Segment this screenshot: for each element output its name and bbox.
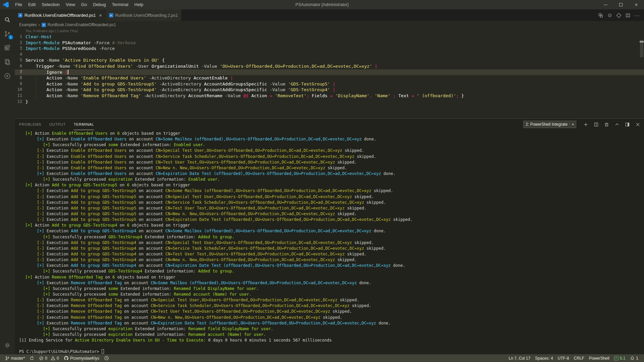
code-editor[interactable]: You, 9 minutes ago | 1 author (You) 1Cle… [15,28,644,118]
terminal-text-segment: on account [136,217,165,222]
menu-terminal[interactable]: Terminal [109,0,131,9]
tab-runbook-usersoffboarding-2[interactable]: > RunBook.UsersOffboarding.2.ps1 [105,9,181,21]
terminal-line: [-] Execution Remove Offboarded Tag on a… [19,309,644,314]
split-terminal-icon[interactable] [593,121,599,127]
split-editor-icon[interactable] [625,12,631,18]
terminal-line: [+] Successfully processed some Extended… [19,142,644,148]
terminal-text-segment: skipped. [337,298,359,302]
terminal-text-segment: Added to group. [198,269,234,274]
git-branch-status[interactable]: master* [3,354,27,362]
kill-terminal-trash-icon[interactable] [603,121,609,127]
terminal-text-segment: Execution [47,315,71,320]
code-line[interactable]: 4 [15,52,644,58]
tab-output[interactable]: OUTPUT [49,119,66,130]
menu-file[interactable]: File [12,0,25,9]
source-control-icon[interactable]: 1 [0,27,15,41]
code-line[interactable]: 9 Action -Name 'Add to group GDS-TestGro… [15,81,644,87]
editor-scrollbar[interactable] [639,28,644,118]
code-token: -Force [96,46,115,51]
eol-status[interactable]: CRLF [572,354,587,362]
line-number: 1 [15,34,22,40]
terminal-text-segment: [+] [25,275,35,280]
menu-go[interactable]: Go [78,0,90,9]
encoding-status[interactable]: UTF-8 [555,354,572,362]
maximize-button[interactable] [613,0,629,9]
code-line[interactable]: 6 Trigger -Name 'Find Offboarded Users' … [15,63,644,69]
minimize-button[interactable] [598,0,613,9]
sync-button[interactable] [27,354,37,362]
panel-layout-icon[interactable] [624,121,630,127]
terminal-text-segment: expiration [108,326,132,331]
code-line[interactable]: 8 Action -Name 'Enable Offboarded Users'… [15,75,644,81]
run-circle-icon[interactable] [0,69,15,83]
compare-icon[interactable] [616,12,622,18]
terminal-text-segment: skipped. [330,309,352,314]
code-line[interactable]: 10 Action -Name 'Add to group GDS-TestGr… [15,87,644,93]
terminal-text-segment: Extended information: [142,269,198,274]
terminal-text-segment: done. [381,171,395,176]
tab-runbook-usersenableoffboarded[interactable]: > RunBook.UsersEnableOffboarded.ps1 × [15,9,105,21]
breadcrumb-folder[interactable]: Examples [19,22,37,27]
new-terminal-icon[interactable] [583,121,589,127]
terminal-text-segment: Execution [47,154,71,159]
cursor-position-status[interactable]: Ln 7, Col 17 [506,354,533,362]
more-actions-icon[interactable]: ··· [634,12,640,18]
search-icon[interactable] [0,13,15,27]
breadcrumb: Examples › > RunBook.UsersEnableOffboard… [15,21,644,28]
language-mode-status[interactable]: PowerShell [587,354,612,362]
code-line[interactable]: 12} [15,99,644,105]
code-token: 'OU=Users-Offboarded,OU=Production,DC=ad… [217,64,372,69]
breadcrumb-file[interactable]: RunBook.UsersEnableOffboarded.ps1 [48,22,116,27]
menu-view[interactable]: View [63,0,78,9]
code-text: Trigger -Name 'Find Offboarded Users' -U… [25,63,377,69]
code-line[interactable]: 2Import-Module PSAutomator -Force #-Verb… [15,40,644,46]
code-line[interactable]: 1Clear-Host [15,34,644,40]
powershell-version-status[interactable]: > 5.1 [612,354,628,362]
clock-button[interactable] [102,354,111,362]
terminal-line: [+] Execution Remove Offboarded Tag on a… [19,280,644,286]
preview-icon[interactable] [607,12,613,18]
terminal-line: [+] Action Add to group GDS-TestGroup5 o… [19,182,644,188]
terminal-text-segment: Enable Offboarded Users [71,166,126,170]
terminal-text-segment: Execution [47,217,71,222]
open-changes-icon[interactable] [598,12,604,18]
terminal-text-segment: Execution [47,252,71,256]
tab-close-icon[interactable]: × [99,13,102,18]
indentation-status[interactable]: Spaces: 4 [533,354,555,362]
terminal-text-segment: skipped. [325,166,347,170]
extensions-icon[interactable] [0,41,15,55]
code-line[interactable]: 5Service -Name 'Active Directory Enable … [15,57,644,63]
code-line[interactable]: 3Import-Module PSSharedGoods -Force [15,46,644,52]
menu-edit[interactable]: Edit [25,0,39,9]
code-line[interactable]: 7 Ignore | [15,69,644,75]
code-token: ; [393,93,396,98]
terminal-text-segment: skipped. [335,257,357,262]
settings-gear-icon[interactable] [0,338,15,352]
close-panel-icon[interactable] [635,121,641,127]
terminal-output[interactable]: [+] Action Enable Offboarded Users on 6 … [15,130,644,354]
terminal-text-segment: CN=Expiration Date Test (offboarded),OU=… [151,321,376,325]
terminal-text-segment: Active Directory Enable Users in OU - Ti… [75,338,208,343]
code-token: AccountAddGroupsSpecific [201,81,267,86]
problems-status[interactable]: 0 0 [37,354,61,362]
menu-help[interactable]: Help [131,0,147,9]
code-line[interactable]: 11 Action -Name 'Remove Offboarded Tag' … [15,93,644,99]
code-token: Action [249,93,270,98]
terminal-select[interactable]: 2: PowerShell Integrate ▼ [523,121,576,128]
tab-terminal[interactable]: TERMINAL [74,119,94,130]
notifications-status[interactable]: 1 [628,354,641,362]
explorer-files-icon[interactable] [0,55,15,69]
menu-selection[interactable]: Selection [39,0,62,9]
maximize-panel-chevron-icon[interactable] [614,121,620,127]
terminal-line: [-] Execution Add to group GDS-TestGroup… [19,257,644,263]
code-lines[interactable]: 1Clear-Host2Import-Module PSAutomator -F… [15,34,644,105]
terminal-text-segment: Successfully processed [53,177,108,182]
github-account[interactable]: PrzemyslawKlys [61,354,102,362]
code-token: Import-Module [25,46,60,51]
menu-debug[interactable]: Debug [90,0,109,9]
tab-problems[interactable]: PROBLEMS [19,119,41,130]
terminal-line: [+] Successfully processed expiration Ex… [19,332,644,338]
terminal-text-segment: objects based on trigger [129,183,190,187]
close-button[interactable]: × [629,0,644,9]
codelens-blame[interactable]: You, 9 minutes ago | 1 author (You) [25,28,644,34]
